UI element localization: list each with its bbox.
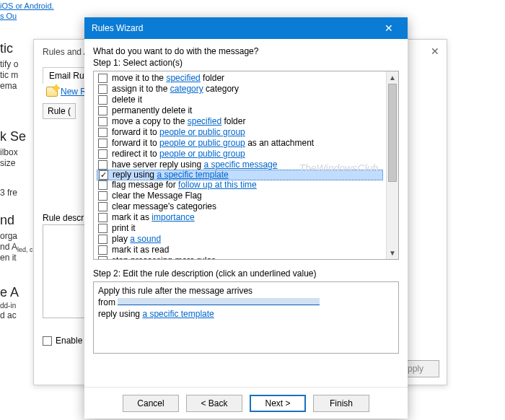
action-checkbox[interactable] — [99, 170, 108, 180]
action-checkbox[interactable] — [98, 213, 107, 222]
action-param-link[interactable]: importance — [152, 212, 194, 222]
action-item[interactable]: permanently delete it — [97, 105, 383, 116]
action-param-link[interactable]: people or public group — [159, 138, 245, 148]
bg-text: orga — [0, 231, 17, 242]
action-item[interactable]: print it — [97, 223, 383, 234]
bg-link-ou[interactable]: s Ou — [0, 12, 17, 20]
new-rule-icon — [46, 87, 58, 97]
bg-heading-ea: e A — [0, 287, 19, 298]
action-label: print it — [112, 223, 136, 234]
action-item[interactable]: mark it as importance — [97, 212, 383, 223]
action-item[interactable]: assign it to the category category — [97, 84, 383, 95]
action-checkbox[interactable] — [98, 128, 107, 137]
enable-rules-checkbox[interactable]: Enable — [43, 336, 82, 346]
scroll-down-icon[interactable]: ▼ — [387, 247, 398, 259]
action-param-link[interactable]: category — [170, 84, 203, 94]
rule-description-editor: Apply this rule after the message arrive… — [93, 281, 399, 354]
cancel-button[interactable]: Cancel — [123, 395, 179, 412]
action-checkbox[interactable] — [98, 245, 107, 255]
action-label: have server reply using a specific messa… — [112, 159, 277, 170]
bg-text: size — [0, 158, 15, 169]
action-checkbox[interactable] — [98, 160, 107, 170]
action-checkbox[interactable] — [98, 235, 107, 244]
action-item[interactable]: delete it — [97, 95, 383, 105]
action-label: flag message for follow up at this time — [112, 180, 257, 191]
rule-description-label: Rule descr — [43, 213, 84, 223]
action-label: clear the Message Flag — [112, 191, 202, 201]
action-label: permanently delete it — [112, 105, 192, 116]
action-label: move a copy to the specified folder — [112, 116, 245, 127]
action-checkbox[interactable] — [98, 180, 107, 190]
action-item[interactable]: move a copy to the specified folder — [97, 116, 383, 127]
back-button[interactable]: < Back — [186, 395, 242, 412]
bg-heading-nd: nd — [0, 215, 14, 226]
bg-text: en it — [0, 253, 17, 263]
desc-line-reply: reply using a specific template — [98, 308, 394, 320]
action-checkbox[interactable] — [98, 139, 107, 148]
bg-text: ilbox — [0, 147, 18, 158]
action-label: reply using a specific template — [113, 170, 229, 180]
bg-text: d ac — [0, 310, 17, 321]
scroll-thumb[interactable] — [388, 84, 397, 182]
action-label: forward it to people or public group as … — [112, 138, 314, 149]
action-checkbox[interactable] — [98, 149, 107, 159]
bg-text: dd-in — [0, 300, 16, 311]
scrollbar[interactable]: ▲ ▼ — [386, 71, 398, 259]
action-item[interactable]: reply using a specific template — [97, 170, 383, 180]
bg-text: tic m — [0, 70, 18, 81]
enable-label: Enable — [56, 336, 82, 346]
wizard-titlebar[interactable]: Rules Wizard ✕ — [84, 17, 408, 39]
action-item[interactable]: have server reply using a specific messa… — [97, 159, 383, 170]
step2-label: Step 2: Edit the rule description (click… — [93, 268, 399, 279]
action-item[interactable]: forward it to people or public group as … — [97, 138, 383, 149]
action-param-link[interactable]: people or public group — [159, 127, 245, 137]
action-item[interactable]: clear message's categories — [97, 201, 383, 212]
action-checkbox[interactable] — [98, 106, 107, 115]
action-item[interactable]: forward it to people or public group — [97, 127, 383, 138]
action-label: mark it as read — [112, 245, 169, 255]
rules-wizard-dialog: Rules Wizard ✕ What do you want to do wi… — [84, 17, 408, 419]
rule-list-header[interactable]: Rule ( — [43, 103, 76, 119]
scroll-track[interactable] — [387, 84, 398, 247]
action-item[interactable]: flag message for follow up at this time — [97, 180, 383, 191]
action-param-link[interactable]: specified — [166, 73, 200, 83]
action-item[interactable]: stop processing more rules — [97, 255, 383, 259]
action-param-link[interactable]: people or public group — [159, 149, 245, 159]
checkbox-icon — [43, 336, 52, 346]
action-checkbox[interactable] — [98, 256, 107, 259]
action-label: redirect it to people or public group — [112, 149, 245, 159]
action-item[interactable]: play a sound — [97, 234, 383, 245]
action-list: move it to the specified folderassign it… — [93, 71, 399, 260]
bg-text: tify o — [0, 59, 18, 70]
bg-heading-se: k Se — [0, 131, 26, 142]
wizard-title: Rules Wizard — [92, 23, 143, 33]
close-icon[interactable]: ✕ — [374, 17, 403, 39]
action-checkbox[interactable] — [98, 191, 107, 201]
action-checkbox[interactable] — [98, 202, 107, 211]
action-checkbox[interactable] — [98, 117, 107, 126]
action-checkbox[interactable] — [98, 74, 107, 83]
close-icon[interactable]: ✕ — [431, 45, 439, 57]
new-rule-button[interactable]: New R — [43, 84, 90, 99]
action-item[interactable]: redirect it to people or public group — [97, 149, 383, 159]
action-label: play a sound — [112, 234, 161, 245]
action-param-link[interactable]: a specific template — [157, 170, 228, 180]
action-param-link[interactable]: a sound — [130, 234, 161, 244]
bg-link-ios-android[interactable]: iOS or Android. — [0, 1, 54, 10]
action-item[interactable]: mark it as read — [97, 245, 383, 255]
scroll-up-icon[interactable]: ▲ — [387, 71, 398, 84]
action-item[interactable]: clear the Message Flag — [97, 191, 383, 201]
finish-button[interactable]: Finish — [313, 395, 369, 412]
action-checkbox[interactable] — [98, 95, 107, 105]
action-checkbox[interactable] — [98, 224, 107, 233]
action-checkbox[interactable] — [98, 84, 107, 94]
action-item[interactable]: move it to the specified folder — [97, 73, 383, 84]
action-label: forward it to people or public group — [112, 127, 245, 138]
action-param-link[interactable]: a specific message — [203, 159, 277, 170]
from-value-link[interactable] — [118, 297, 320, 305]
next-button[interactable]: Next > — [250, 395, 306, 412]
action-label: assign it to the category category — [112, 84, 239, 95]
action-param-link[interactable]: specified — [188, 116, 221, 126]
template-value-link[interactable]: a specific template — [142, 309, 214, 319]
action-param-link[interactable]: follow up at this time — [178, 180, 257, 190]
